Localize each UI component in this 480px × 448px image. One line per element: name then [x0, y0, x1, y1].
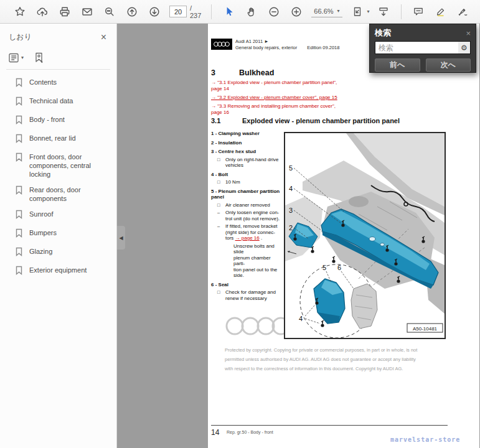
page-number-input[interactable]: [169, 6, 187, 17]
toolbar: / 237 66.6% ▾ ▾: [0, 0, 480, 24]
zoom-out-button[interactable]: [265, 3, 282, 20]
comment-icon: [413, 6, 424, 17]
page-count-label: / 237: [190, 4, 201, 19]
bookmark-list: ContentsTechnical dataBody - frontBonnet…: [0, 70, 116, 284]
section-link[interactable]: → "3.2 Exploded view - plenum chamber co…: [211, 95, 398, 101]
star-tool-button[interactable]: [11, 3, 28, 20]
pdf-page: Audi A1 2011 ► General body repairs, ext…: [208, 24, 479, 448]
zoom-level-select[interactable]: 66.6% ▾: [311, 6, 342, 17]
printer-icon: [59, 6, 70, 17]
bookmark-icon: [15, 210, 23, 222]
checkbox-glyph: □: [217, 157, 223, 169]
next-page-button[interactable]: [146, 3, 162, 20]
part-item: 6 - Seal□Check for damage and renew if n…: [211, 282, 282, 302]
fit-page-button[interactable]: [349, 3, 366, 20]
edit-pdf-button[interactable]: [478, 3, 480, 20]
bookmark-item[interactable]: Contents: [15, 78, 113, 90]
find-next-button[interactable]: 次へ: [426, 58, 471, 72]
chevron-down-icon[interactable]: ▾: [367, 9, 370, 14]
note-text: Check for damage and renew if necessary: [225, 289, 276, 301]
note-text: Unscrew bolts and slide plenum chamber p…: [233, 243, 282, 279]
comment-button[interactable]: [410, 3, 427, 20]
print-button[interactable]: [56, 3, 73, 20]
part-note: –Only loosen engine con- trol unit (do n…: [217, 210, 282, 222]
dash-glyph: –: [217, 210, 223, 222]
copyright-notice: Protected by copyright. Copying for priv…: [225, 345, 461, 373]
search-input[interactable]: [375, 44, 458, 52]
scroll-mode-button[interactable]: [375, 3, 392, 20]
fountain-pen-icon: [458, 6, 469, 17]
email-button[interactable]: [78, 3, 95, 20]
part-name: 3 - Centre hex stud: [211, 149, 282, 155]
bookmark-locate-icon: [34, 52, 44, 63]
bookmark-item[interactable]: Sunroof: [15, 210, 113, 222]
page-fit-icon: [352, 6, 363, 17]
bookmark-item[interactable]: Glazing: [15, 247, 113, 259]
part-note: □Check for damage and renew if necessary: [217, 289, 282, 301]
note-text: Only loosen engine con- trol unit (do no…: [225, 210, 280, 222]
subsection-heading: 3.1 Exploded view - plenum chamber parti…: [211, 117, 400, 124]
footer-rule: [211, 425, 448, 426]
bookmark-item[interactable]: Body - front: [15, 115, 113, 127]
fill-sign-button[interactable]: [455, 3, 472, 20]
select-tool-button[interactable]: [220, 3, 237, 20]
bookmark-icon: [15, 228, 23, 240]
toolbar-separator: [401, 4, 402, 19]
subsection-number: 3.1: [211, 117, 242, 124]
highlight-button[interactable]: [433, 3, 449, 20]
hand-tool-button[interactable]: [243, 3, 260, 20]
bookmark-item[interactable]: Exterior equipment: [15, 266, 113, 278]
section-heading: 3 Bulkhead: [211, 68, 274, 77]
cloud-upload-icon: [37, 6, 48, 17]
callout-4: 4: [289, 185, 293, 192]
bookmark-item[interactable]: Front doors, door components, central lo…: [15, 152, 113, 179]
bookmark-options-button[interactable]: ▾: [9, 53, 24, 63]
dash-glyph: [225, 243, 231, 279]
checkbox-glyph: □: [217, 202, 223, 208]
part-note: □Air cleaner removed: [217, 202, 282, 208]
hand-icon: [246, 6, 257, 17]
chevron-down-icon: ▾: [21, 55, 24, 60]
close-icon[interactable]: ×: [101, 32, 106, 42]
part-name: 1 - Clamping washer: [211, 131, 282, 137]
part-note: □Only on right-hand drive vehicles: [217, 157, 282, 169]
section-links: → "3.1 Exploded view - plenum chamber pa…: [211, 80, 398, 118]
expand-current-bookmark-button[interactable]: [34, 52, 44, 63]
share-upload-button[interactable]: [34, 3, 50, 20]
section-link[interactable]: → "3.3 Removing and installing plenum ch…: [211, 103, 398, 116]
find-button[interactable]: [101, 3, 118, 20]
callout-circle-5: 5: [322, 264, 326, 271]
document-header: Audi A1 2011 ► General body repairs, ext…: [235, 39, 339, 51]
bookmark-label: Technical data: [29, 96, 73, 105]
part-name: 5 - Plenum chamber partition panel: [211, 189, 282, 200]
note-text: Air cleaner removed: [225, 202, 270, 208]
section-link[interactable]: → "3.1 Exploded view - plenum chamber pa…: [211, 80, 398, 92]
close-icon[interactable]: ×: [466, 29, 471, 37]
bookmark-item[interactable]: Technical data: [15, 96, 113, 108]
previous-page-button[interactable]: [123, 3, 140, 20]
zoom-level-value: 66.6%: [314, 7, 333, 15]
part-item: 2 - Insulation: [211, 140, 282, 146]
bookmark-item[interactable]: Rear doors, door components: [15, 185, 113, 203]
callout-3: 3: [289, 207, 293, 214]
bookmark-item[interactable]: Bumpers: [15, 228, 113, 240]
page-link[interactable]: → page 16: [235, 235, 260, 241]
document-canvas: ◀ Audi A1 2011 ► General body repairs, e…: [117, 24, 480, 448]
highlighter-icon: [435, 6, 446, 17]
bookmark-label: Rear doors, door components: [29, 185, 81, 203]
gear-icon[interactable]: ⚙: [458, 42, 470, 54]
callout-circle-4: 4: [299, 315, 303, 322]
minus-circle-icon: [268, 6, 280, 17]
bookmark-label: Bumpers: [29, 228, 57, 237]
part-note: Unscrew bolts and slide plenum chamber p…: [225, 243, 282, 279]
document-subtitle: General body repairs, exterior: [235, 45, 297, 50]
bookmark-label: Bonnet, rear lid: [29, 134, 76, 142]
bookmark-label: Exterior equipment: [29, 266, 87, 274]
sidebar-collapse-handle[interactable]: ◀: [117, 226, 125, 250]
bookmark-label: Body - front: [29, 115, 65, 124]
bookmark-item[interactable]: Bonnet, rear lid: [15, 134, 113, 146]
find-previous-button[interactable]: 前へ: [375, 58, 420, 72]
zoom-in-button[interactable]: [288, 3, 304, 20]
star-icon: [14, 6, 26, 17]
part-item: 4 - Bolt□10 Nm: [211, 172, 282, 185]
